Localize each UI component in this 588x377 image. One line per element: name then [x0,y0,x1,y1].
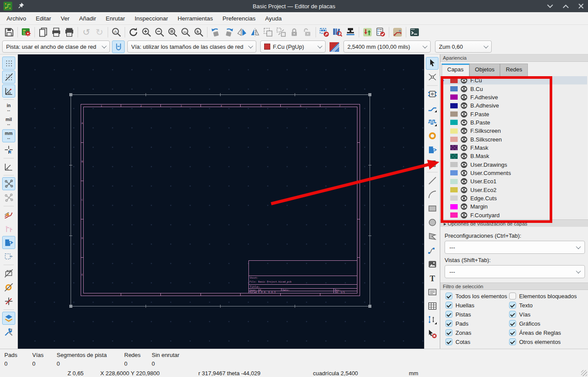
zoom-out-button[interactable] [153,26,166,38]
zoom-in-button[interactable] [140,26,153,38]
checkbox[interactable] [445,320,452,327]
grid-overrides-button[interactable] [2,71,15,84]
lock-button[interactable] [288,26,301,38]
close-button[interactable] [578,3,584,9]
visibility-eye-icon[interactable] [461,162,467,168]
checkbox[interactable] [445,338,452,345]
ratsnest-curved-button[interactable] [2,177,15,190]
zone-display-outline-button[interactable] [2,250,15,263]
grid-combo[interactable]: 2,5400 mm (100,00 mils) [343,40,431,53]
filter-areas-de-reglas[interactable]: Áreas de Reglas [509,329,586,337]
layer-color-swatch[interactable] [450,212,458,218]
polar-coordinates-button[interactable]: rθ [2,84,15,98]
menu-ayuda[interactable]: Ayuda [260,13,286,24]
checkbox[interactable] [509,302,516,309]
interactive-router-button[interactable] [391,26,404,38]
checkbox[interactable] [509,293,516,300]
menu-anadir[interactable]: Añadir [75,13,101,24]
refresh-view-button[interactable] [127,26,140,38]
local-ratsnest-button[interactable] [426,71,438,84]
layer-row-bmask[interactable]: B.Mask [442,152,587,160]
layer-color-swatch[interactable] [450,204,458,209]
properties-panel-button[interactable] [2,326,15,339]
pcb-canvas[interactable]: 1234567 ABCDE Sheet: File: Basic Project… [18,54,424,349]
layer-row-fcu[interactable]: F.Cu [442,76,587,84]
layer-row-fsilkscreen[interactable]: F.Silkscreen [442,127,587,135]
visibility-eye-icon[interactable] [461,119,467,126]
add-polygon-button[interactable] [426,230,438,243]
visibility-eye-icon[interactable] [461,203,467,210]
layer-color-swatch[interactable] [450,145,458,150]
visibility-eye-icon[interactable] [461,86,467,92]
layer-row-margin[interactable]: Margin [442,202,587,211]
add-table-button[interactable] [426,300,438,313]
zoom-combo[interactable]: Zum 0,60 [435,40,492,53]
layer-color-swatch[interactable] [450,154,458,159]
plot-button[interactable] [63,26,76,38]
layer-pair-button[interactable] [328,41,341,53]
print-button[interactable] [50,26,63,38]
layer-color-swatch[interactable] [450,170,458,175]
footprint-browser-button[interactable] [331,26,344,38]
route-tracks-button[interactable] [426,102,438,114]
menu-enrutar[interactable]: Enrutar [101,13,130,24]
mirror-button[interactable] [248,26,262,38]
active-layer-combo[interactable]: F.Cu (PgUp) [260,40,326,53]
layer-row-usereco1[interactable]: User.Eco1 [442,177,587,185]
layer-row-fadhesive[interactable]: F.Adhesive [442,93,587,101]
layer-color-swatch[interactable] [450,195,458,201]
checkbox[interactable] [445,302,452,309]
track-posture-button[interactable] [112,40,125,53]
add-image-button[interactable] [426,258,438,271]
visibility-eye-icon[interactable] [461,145,467,151]
filter-todos-los-elementos[interactable]: Todos los elementos [445,293,509,300]
hide-crosshair-button[interactable] [2,295,15,308]
units-inches-button[interactable]: in↔ [2,101,15,114]
layer-color-swatch[interactable] [450,120,458,125]
layer-row-userdrawings[interactable]: User.Drawings [442,160,587,168]
filter-elementos-bloqueados[interactable]: Elementos bloqueados [509,293,586,300]
layer-color-swatch[interactable] [450,187,458,192]
via-size-combo[interactable]: Vía: utilizar los tamaños de las clases … [127,40,256,53]
zoom-selection-button[interactable] [192,26,205,38]
page-settings-button[interactable] [37,26,50,38]
filter-pistas[interactable]: Pistas [445,311,509,318]
toggle-grid-button[interactable] [2,57,15,70]
visibility-eye-icon[interactable] [461,178,467,185]
menu-inspeccionar[interactable]: Inspeccionar [130,13,173,24]
tab-capas[interactable]: Capas [442,64,469,76]
visibility-eye-icon[interactable] [461,212,467,219]
layer-row-usercomments[interactable]: User.Comments [442,169,587,177]
hide-footprints-button[interactable] [2,267,15,280]
scripting-console-button[interactable] [408,26,421,38]
highlight-nets-button[interactable] [2,208,15,221]
ratsnest-lines-button[interactable] [2,191,15,204]
visibility-eye-icon[interactable] [461,170,467,176]
tab-objetos[interactable]: Objetos [469,64,500,76]
add-dimension-button[interactable] [426,314,438,327]
add-footprint-button[interactable] [426,88,438,101]
layer-color-swatch[interactable] [450,128,458,134]
layer-color-swatch[interactable] [450,162,458,167]
layer-color-swatch[interactable] [450,86,458,91]
visibility-eye-icon[interactable] [461,187,467,193]
layers-manager-button[interactable] [2,312,15,325]
redo-button[interactable]: ↻ [93,26,106,38]
limit-45-degrees-button[interactable] [2,160,15,173]
filter-huellas[interactable]: Huellas [445,302,509,309]
layer-row-fcourtyard[interactable]: F.Courtyard [442,211,587,219]
filter-vias[interactable]: Vías [509,311,586,318]
zoom-fit-objects-button[interactable] [179,26,192,38]
select-tool-button[interactable] [426,57,438,70]
flip-horizontal-button[interactable] [235,26,248,38]
rotate-cw-button[interactable] [222,26,235,38]
filter-cotas[interactable]: Cotas [445,338,509,346]
add-circle-button[interactable] [426,216,438,229]
visibility-eye-icon[interactable] [461,153,467,159]
layer-row-fmask[interactable]: F.Mask [442,144,587,152]
layer-row-edgecuts[interactable]: Edge.Cuts [442,194,587,202]
toggle-ratsnest-visibility-button[interactable] [2,222,15,235]
tab-redes[interactable]: Redes [500,64,528,76]
visibility-eye-icon[interactable] [461,102,467,109]
add-rule-area-button[interactable] [426,158,438,170]
